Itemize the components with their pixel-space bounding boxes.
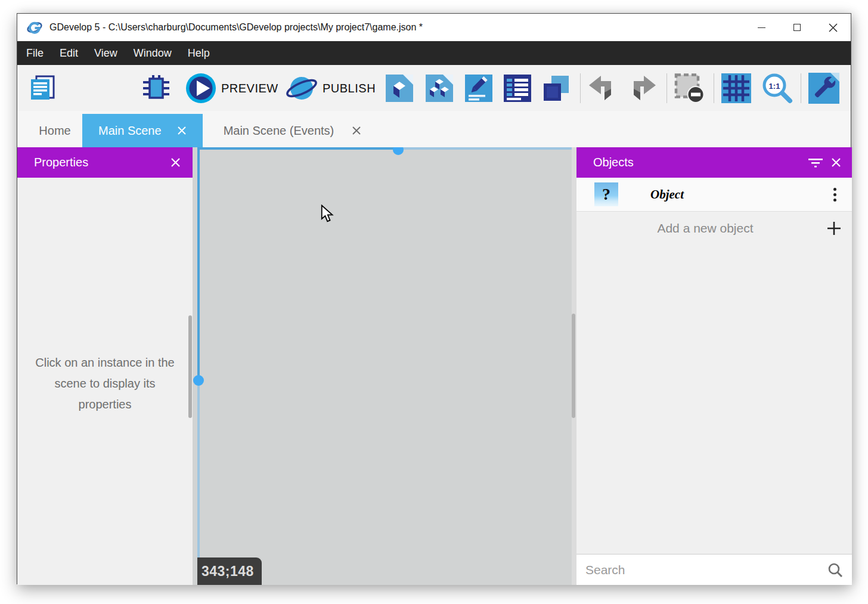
objects-panel-header: Objects — [576, 147, 852, 178]
canvas-scrollbar-thumb[interactable] — [572, 314, 575, 418]
maximize-button[interactable] — [779, 14, 815, 41]
undo-button[interactable] — [587, 75, 618, 102]
object-menu-button[interactable] — [833, 188, 836, 202]
minimize-button[interactable] — [743, 14, 779, 41]
tab-close-button[interactable] — [352, 126, 361, 135]
publish-button[interactable] — [286, 72, 318, 104]
scene-settings-button[interactable] — [808, 72, 840, 104]
edit-pencil-icon — [464, 74, 493, 103]
properties-empty-message: Click on an instance in the scene to dis… — [17, 352, 193, 415]
preview-label[interactable]: PREVIEW — [221, 81, 278, 95]
menu-bar: File Edit View Window Help — [17, 41, 851, 65]
search-button[interactable] — [819, 562, 852, 578]
scene-window-border-top-light — [398, 147, 572, 150]
app-window: GDevelop 5 - C:\Users\charburg\Documents… — [17, 13, 851, 584]
redo-icon — [627, 75, 658, 102]
project-manager-icon — [27, 73, 57, 103]
toolbar-separator — [666, 73, 667, 103]
objects-panel-title: Objects — [576, 156, 805, 169]
tab-close-button[interactable] — [177, 126, 187, 135]
tab-main-scene-events[interactable]: Main Scene (Events) — [203, 114, 383, 147]
properties-scrollbar[interactable] — [188, 315, 192, 418]
canvas-scrollbar-track[interactable] — [572, 147, 576, 585]
tab-main-scene-events-label: Main Scene (Events) — [224, 124, 334, 138]
menu-window[interactable]: Window — [134, 47, 172, 60]
properties-panel-title: Properties — [17, 156, 165, 169]
search-icon — [827, 562, 843, 578]
scene-window-border-left-light — [197, 380, 200, 585]
svg-text:1:1: 1:1 — [769, 81, 780, 90]
objects-editor-icon — [385, 74, 414, 103]
open-objects-editor-button[interactable] — [385, 74, 414, 103]
search-input[interactable] — [576, 563, 819, 577]
objects-panel: Objects ? Object Add a new ob — [576, 147, 852, 585]
tab-main-scene-label: Main Scene — [98, 124, 162, 138]
close-button[interactable] — [815, 14, 851, 41]
redo-button[interactable] — [627, 75, 658, 102]
debug-icon — [141, 73, 172, 104]
mouse-cursor-icon — [321, 205, 336, 222]
properties-close-button[interactable] — [165, 153, 185, 173]
open-properties-button[interactable] — [464, 74, 493, 103]
properties-panel-header: Properties — [17, 147, 193, 178]
title-bar: GDevelop 5 - C:\Users\charburg\Documents… — [17, 14, 851, 41]
zoom-1-1-icon: 1:1 — [760, 72, 793, 105]
close-icon — [177, 126, 187, 135]
undo-icon — [587, 75, 618, 102]
scene-window-border-left — [197, 147, 200, 380]
menu-help[interactable]: Help — [188, 47, 210, 60]
add-object-row[interactable]: Add a new object — [576, 212, 852, 244]
tab-home-label: Home — [39, 124, 70, 138]
menu-file[interactable]: File — [26, 47, 44, 60]
objects-close-button[interactable] — [826, 153, 846, 173]
object-question-icon: ? — [594, 182, 618, 206]
properties-panel: Properties Click on an instance in the s… — [17, 147, 193, 585]
open-object-groups-button[interactable] — [425, 74, 454, 103]
toolbar-separator — [580, 73, 581, 103]
debug-button[interactable] — [141, 73, 172, 104]
preview-button[interactable] — [185, 73, 216, 104]
object-list-item[interactable]: ? Object — [576, 178, 852, 212]
cursor-coordinates-badge: 343;148 — [197, 557, 262, 585]
scene-canvas[interactable]: 343;148 — [193, 147, 572, 585]
object-name: Object — [650, 187, 684, 202]
minimize-icon — [758, 27, 765, 28]
close-icon — [352, 126, 361, 135]
main-content: Properties Click on an instance in the s… — [17, 147, 852, 585]
instances-list-icon — [503, 74, 532, 103]
plus-icon — [827, 221, 841, 236]
scene-window-border-top — [197, 147, 398, 150]
objects-filter-button[interactable] — [805, 153, 826, 173]
deselect-button[interactable] — [673, 72, 706, 104]
project-manager-button[interactable] — [27, 73, 57, 103]
tab-bar: Home Main Scene Main Scene (Events) — [17, 111, 851, 147]
filter-icon — [808, 158, 823, 168]
resize-handle-top[interactable] — [393, 147, 404, 155]
gdevelop-logo-icon — [27, 20, 42, 35]
menu-edit[interactable]: Edit — [60, 47, 78, 60]
objects-search-bar — [576, 554, 852, 585]
close-icon — [831, 157, 841, 168]
resize-handle-left[interactable] — [193, 375, 204, 386]
tab-main-scene[interactable]: Main Scene — [82, 114, 203, 147]
publish-label[interactable]: PUBLISH — [323, 81, 376, 95]
deselect-icon — [673, 72, 706, 104]
add-object-label: Add a new object — [576, 221, 816, 236]
maximize-icon — [793, 24, 801, 31]
grid-icon — [721, 73, 752, 104]
toggle-grid-button[interactable] — [721, 73, 752, 104]
open-instances-list-button[interactable] — [503, 74, 532, 103]
add-object-button[interactable] — [816, 221, 852, 236]
toolbar-separator — [801, 73, 801, 103]
wrench-icon — [808, 72, 840, 104]
zoom-original-button[interactable]: 1:1 — [760, 72, 793, 105]
publish-globe-icon — [286, 72, 318, 104]
close-icon — [829, 23, 838, 32]
open-layers-button[interactable] — [542, 74, 571, 103]
play-icon — [185, 73, 216, 104]
menu-view[interactable]: View — [94, 47, 117, 60]
object-groups-icon — [425, 74, 454, 103]
tab-home[interactable]: Home — [27, 114, 82, 147]
toolbar: PREVIEW PUBLISH — [17, 65, 851, 111]
layers-icon — [542, 74, 571, 103]
